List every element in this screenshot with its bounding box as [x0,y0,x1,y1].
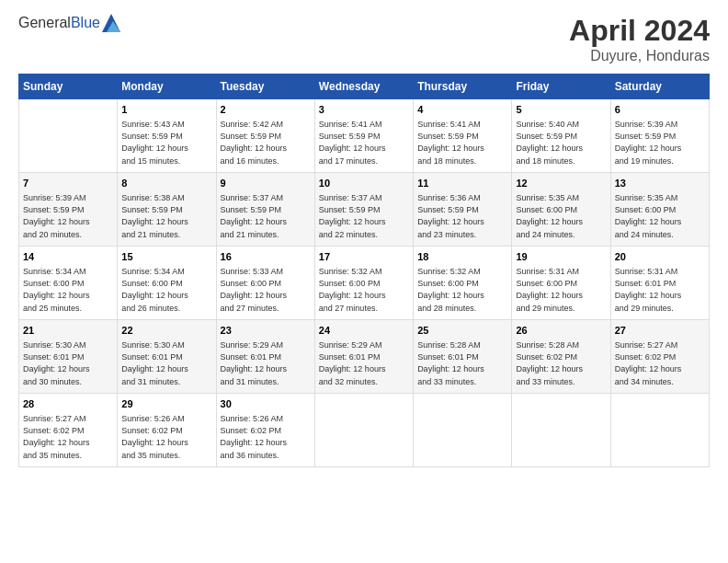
calendar-cell: 9Sunrise: 5:37 AM Sunset: 5:59 PM Daylig… [216,173,314,247]
day-info: Sunrise: 5:42 AM Sunset: 5:59 PM Dayligh… [221,119,311,167]
day-info: Sunrise: 5:36 AM Sunset: 5:59 PM Dayligh… [417,192,507,240]
calendar-cell: 14Sunrise: 5:34 AM Sunset: 6:00 PM Dayli… [19,247,118,320]
day-info: Sunrise: 5:38 AM Sunset: 5:59 PM Dayligh… [121,192,211,240]
day-number: 13 [615,177,705,190]
day-number: 21 [23,324,113,338]
calendar-cell: 6Sunrise: 5:39 AM Sunset: 5:59 PM Daylig… [610,99,709,173]
day-number: 15 [121,250,211,264]
day-info: Sunrise: 5:32 AM Sunset: 6:00 PM Dayligh… [319,266,409,314]
day-info: Sunrise: 5:40 AM Sunset: 5:59 PM Dayligh… [516,119,606,167]
day-info: Sunrise: 5:37 AM Sunset: 5:59 PM Dayligh… [319,192,409,240]
day-info: Sunrise: 5:27 AM Sunset: 6:02 PM Dayligh… [615,339,705,387]
day-number: 10 [319,177,409,190]
day-info: Sunrise: 5:37 AM Sunset: 5:59 PM Dayligh… [221,192,311,240]
calendar-cell: 1Sunrise: 5:43 AM Sunset: 5:59 PM Daylig… [118,99,216,173]
logo: GeneralBlue [18,14,120,32]
calendar-week-row: 1Sunrise: 5:43 AM Sunset: 5:59 PM Daylig… [19,99,710,173]
day-number: 20 [615,250,705,264]
day-number: 11 [417,177,507,190]
weekday-header-friday: Friday [512,75,610,99]
weekday-header-row: SundayMondayTuesdayWednesdayThursdayFrid… [19,75,710,99]
calendar-cell: 7Sunrise: 5:39 AM Sunset: 5:59 PM Daylig… [19,173,118,247]
day-number: 7 [23,177,113,190]
day-info: Sunrise: 5:35 AM Sunset: 6:00 PM Dayligh… [615,192,705,240]
logo-blue-text: Blue [71,15,100,30]
calendar-cell [414,394,512,467]
day-info: Sunrise: 5:29 AM Sunset: 6:01 PM Dayligh… [319,339,409,387]
day-info: Sunrise: 5:34 AM Sunset: 6:00 PM Dayligh… [23,266,113,314]
day-info: Sunrise: 5:28 AM Sunset: 6:02 PM Dayligh… [516,339,606,387]
day-info: Sunrise: 5:35 AM Sunset: 6:00 PM Dayligh… [516,192,606,240]
day-info: Sunrise: 5:30 AM Sunset: 6:01 PM Dayligh… [23,339,113,387]
day-number: 1 [121,103,211,117]
day-info: Sunrise: 5:30 AM Sunset: 6:01 PM Dayligh… [121,339,211,387]
day-number: 25 [417,324,507,338]
day-number: 9 [221,177,311,190]
day-info: Sunrise: 5:26 AM Sunset: 6:02 PM Dayligh… [121,413,211,461]
day-number: 27 [615,324,705,338]
day-info: Sunrise: 5:32 AM Sunset: 6:00 PM Dayligh… [417,266,507,314]
day-number: 16 [221,250,311,264]
day-info: Sunrise: 5:26 AM Sunset: 6:02 PM Dayligh… [221,413,311,461]
calendar-cell: 2Sunrise: 5:42 AM Sunset: 5:59 PM Daylig… [216,99,314,173]
weekday-header-monday: Monday [118,75,216,99]
day-info: Sunrise: 5:41 AM Sunset: 5:59 PM Dayligh… [417,119,507,167]
calendar-week-row: 28Sunrise: 5:27 AM Sunset: 6:02 PM Dayli… [19,394,710,467]
location-title: Duyure, Honduras [569,48,710,64]
day-number: 24 [319,324,409,338]
calendar-cell: 8Sunrise: 5:38 AM Sunset: 5:59 PM Daylig… [118,173,216,247]
calendar-week-row: 14Sunrise: 5:34 AM Sunset: 6:00 PM Dayli… [19,247,710,320]
logo-general-text: General [18,15,71,30]
title-area: April 2024 Duyure, Honduras [569,14,710,64]
calendar-cell: 4Sunrise: 5:41 AM Sunset: 5:59 PM Daylig… [414,99,512,173]
day-info: Sunrise: 5:39 AM Sunset: 5:59 PM Dayligh… [23,192,113,240]
day-number: 30 [221,397,311,411]
calendar-cell: 19Sunrise: 5:31 AM Sunset: 6:00 PM Dayli… [512,247,610,320]
calendar-cell: 23Sunrise: 5:29 AM Sunset: 6:01 PM Dayli… [216,320,314,394]
header: GeneralBlue April 2024 Duyure, Honduras [18,14,710,64]
calendar-cell: 16Sunrise: 5:33 AM Sunset: 6:00 PM Dayli… [216,247,314,320]
day-number: 17 [319,250,409,264]
day-number: 3 [319,103,409,117]
calendar-cell: 10Sunrise: 5:37 AM Sunset: 5:59 PM Dayli… [314,173,413,247]
calendar-cell [610,394,709,467]
day-number: 5 [516,103,606,117]
calendar-cell: 28Sunrise: 5:27 AM Sunset: 6:02 PM Dayli… [19,394,118,467]
calendar-cell: 27Sunrise: 5:27 AM Sunset: 6:02 PM Dayli… [610,320,709,394]
calendar-cell: 24Sunrise: 5:29 AM Sunset: 6:01 PM Dayli… [314,320,413,394]
day-number: 18 [417,250,507,264]
day-number: 14 [23,250,113,264]
day-info: Sunrise: 5:29 AM Sunset: 6:01 PM Dayligh… [221,339,311,387]
day-number: 8 [121,177,211,190]
calendar-cell: 25Sunrise: 5:28 AM Sunset: 6:01 PM Dayli… [414,320,512,394]
page: GeneralBlue April 2024 Duyure, Honduras … [0,0,728,563]
calendar-week-row: 7Sunrise: 5:39 AM Sunset: 5:59 PM Daylig… [19,173,710,247]
calendar-cell: 21Sunrise: 5:30 AM Sunset: 6:01 PM Dayli… [19,320,118,394]
calendar-cell: 18Sunrise: 5:32 AM Sunset: 6:00 PM Dayli… [414,247,512,320]
weekday-header-saturday: Saturday [610,75,709,99]
calendar-cell: 22Sunrise: 5:30 AM Sunset: 6:01 PM Dayli… [118,320,216,394]
calendar-cell: 29Sunrise: 5:26 AM Sunset: 6:02 PM Dayli… [118,394,216,467]
calendar-cell [512,394,610,467]
day-info: Sunrise: 5:41 AM Sunset: 5:59 PM Dayligh… [319,119,409,167]
calendar-week-row: 21Sunrise: 5:30 AM Sunset: 6:01 PM Dayli… [19,320,710,394]
day-number: 6 [615,103,705,117]
calendar-cell: 15Sunrise: 5:34 AM Sunset: 6:00 PM Dayli… [118,247,216,320]
month-title: April 2024 [569,14,710,48]
calendar-table: SundayMondayTuesdayWednesdayThursdayFrid… [18,74,710,467]
calendar-cell: 20Sunrise: 5:31 AM Sunset: 6:01 PM Dayli… [610,247,709,320]
calendar-cell: 13Sunrise: 5:35 AM Sunset: 6:00 PM Dayli… [610,173,709,247]
calendar-cell [314,394,413,467]
day-number: 26 [516,324,606,338]
calendar-cell: 30Sunrise: 5:26 AM Sunset: 6:02 PM Dayli… [216,394,314,467]
day-info: Sunrise: 5:27 AM Sunset: 6:02 PM Dayligh… [23,413,113,461]
calendar-cell: 5Sunrise: 5:40 AM Sunset: 5:59 PM Daylig… [512,99,610,173]
day-info: Sunrise: 5:31 AM Sunset: 6:00 PM Dayligh… [516,266,606,314]
day-info: Sunrise: 5:33 AM Sunset: 6:00 PM Dayligh… [221,266,311,314]
calendar-cell: 3Sunrise: 5:41 AM Sunset: 5:59 PM Daylig… [314,99,413,173]
day-number: 12 [516,177,606,190]
day-info: Sunrise: 5:28 AM Sunset: 6:01 PM Dayligh… [417,339,507,387]
day-number: 29 [121,397,211,411]
calendar-cell [19,99,118,173]
day-number: 23 [221,324,311,338]
